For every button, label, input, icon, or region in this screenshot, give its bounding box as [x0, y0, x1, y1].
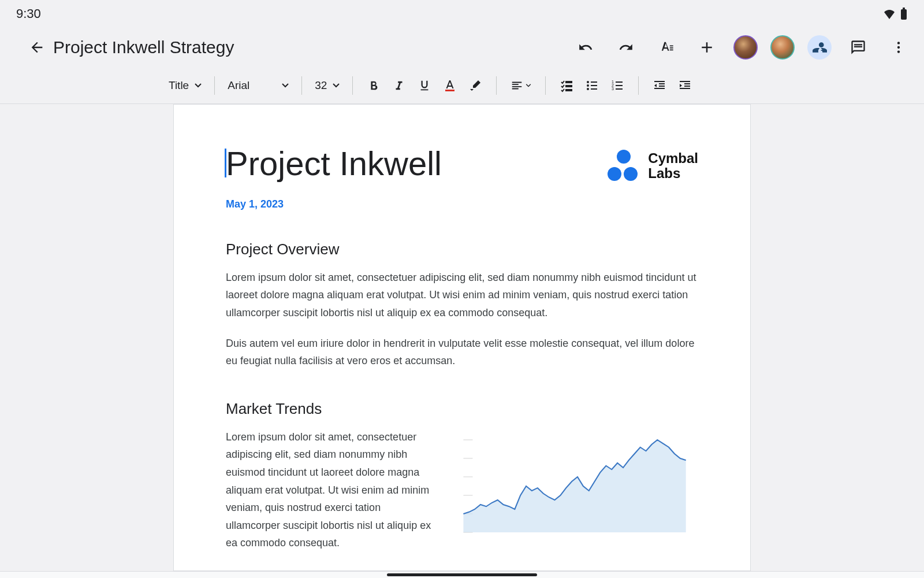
logo-mark-icon	[608, 150, 640, 182]
logo-text-line2: Labs	[648, 166, 698, 181]
svg-point-2	[897, 42, 900, 44]
body-paragraph[interactable]: Lorem ipsum dolor sit amet, consectetuer…	[226, 428, 434, 552]
underline-button[interactable]	[412, 73, 437, 98]
svg-rect-0	[901, 9, 907, 20]
svg-point-8	[587, 88, 589, 90]
market-trends-chart	[451, 428, 698, 544]
document-canvas[interactable]: Project Inkwell May 1, 2023 Cymbal Labs …	[0, 104, 924, 571]
svg-rect-5	[445, 90, 454, 91]
document-title[interactable]: Project Inkwell Strategy	[53, 38, 572, 57]
text-format-button[interactable]	[653, 34, 680, 61]
page-title[interactable]: Project Inkwell	[226, 145, 608, 182]
page-title-text: Project Inkwell	[226, 144, 442, 182]
font-family-label: Arial	[228, 79, 249, 92]
back-button[interactable]	[23, 34, 51, 61]
font-family-select[interactable]: Arial	[223, 79, 293, 92]
italic-button[interactable]	[386, 73, 412, 98]
align-button[interactable]	[505, 73, 537, 98]
home-handle[interactable]	[387, 573, 537, 576]
section-overview[interactable]: Project Overview Lorem ipsum dolor sit a…	[226, 240, 698, 370]
svg-point-6	[587, 81, 589, 83]
text-cursor	[225, 149, 226, 177]
body-paragraph[interactable]: Duis autem vel eum iriure dolor in hendr…	[226, 335, 698, 370]
bold-button[interactable]	[361, 73, 386, 98]
section-heading[interactable]: Project Overview	[226, 240, 698, 258]
text-color-button[interactable]	[437, 73, 463, 98]
comments-button[interactable]	[844, 34, 872, 61]
document-page[interactable]: Project Inkwell May 1, 2023 Cymbal Labs …	[173, 104, 751, 571]
status-indicators	[882, 8, 908, 20]
battery-icon	[900, 8, 908, 20]
chevron-down-icon	[195, 83, 202, 88]
svg-text:3: 3	[612, 87, 614, 91]
svg-point-4	[897, 50, 900, 53]
font-size-label: 32	[315, 79, 327, 92]
app-bar: Project Inkwell Strategy	[0, 28, 924, 67]
section-heading[interactable]: Market Trends	[226, 400, 698, 418]
svg-point-3	[897, 46, 900, 49]
bullet-list-button[interactable]	[579, 73, 605, 98]
wifi-icon	[882, 9, 896, 19]
font-size-select[interactable]: 32	[310, 79, 344, 92]
company-logo: Cymbal Labs	[608, 150, 698, 182]
undo-button[interactable]	[572, 34, 599, 61]
share-button[interactable]	[807, 35, 832, 60]
formatting-toolbar: Title Arial 32 123	[0, 67, 924, 104]
logo-text-line1: Cymbal	[648, 151, 698, 166]
document-date[interactable]: May 1, 2023	[226, 198, 608, 210]
collaborator-avatar-2[interactable]	[770, 35, 795, 60]
svg-rect-1	[903, 8, 905, 9]
section-trends[interactable]: Market Trends Lorem ipsum dolor sit amet…	[226, 400, 698, 565]
numbered-list-button[interactable]: 123	[605, 73, 630, 98]
insert-button[interactable]	[693, 34, 721, 61]
system-nav-bar	[0, 571, 924, 578]
collaborator-avatar-1[interactable]	[733, 35, 758, 60]
indent-button[interactable]	[672, 73, 698, 98]
chevron-down-icon	[526, 84, 531, 87]
status-time: 9:30	[16, 6, 41, 21]
chevron-down-icon	[282, 83, 289, 88]
body-paragraph[interactable]: Lorem ipsum dolor sit amet, consectetuer…	[226, 269, 698, 322]
redo-button[interactable]	[612, 34, 640, 61]
paragraph-style-select[interactable]: Title	[164, 79, 206, 92]
svg-point-7	[587, 84, 589, 87]
chevron-down-icon	[333, 83, 340, 88]
checklist-button[interactable]	[554, 73, 579, 98]
outdent-button[interactable]	[647, 73, 672, 98]
device-status-bar: 9:30	[0, 0, 924, 28]
highlight-button[interactable]	[463, 73, 488, 98]
more-menu-button[interactable]	[885, 34, 912, 61]
paragraph-style-label: Title	[169, 79, 189, 92]
